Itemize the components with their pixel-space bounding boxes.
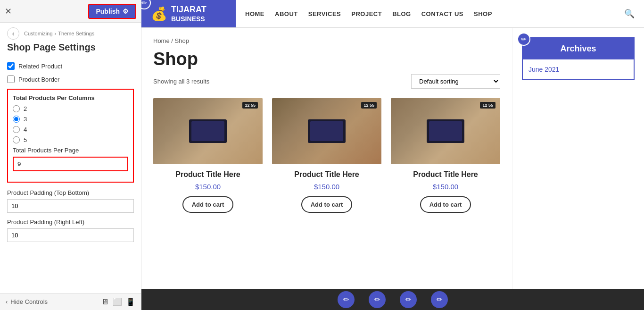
nav-home[interactable]: HOME: [245, 10, 264, 17]
archives-june-2021[interactable]: June 2021: [528, 66, 559, 73]
product-price-2: $150.00: [314, 183, 339, 191]
nav-services[interactable]: SERVICES: [308, 10, 341, 17]
customizer-panel: ✕ Publish ⚙ ‹ Customizing › Theme Settin…: [0, 0, 141, 310]
brand-name: TIJARAT: [171, 5, 206, 15]
desktop-icon[interactable]: 🖥: [101, 297, 109, 306]
logo-area: ✏ 💰 TIJARAT BUSINESS: [141, 0, 236, 27]
radio-2[interactable]: [13, 105, 20, 112]
product-border-label: Product Border: [18, 76, 59, 83]
nav-area: HOME ABOUT SERVICES PROJECT BLOG CONTACT…: [236, 0, 644, 27]
footer-pencil-2: ✏: [374, 295, 380, 304]
device-icons: 🖥 ⬜ 📱: [101, 297, 135, 306]
footer-dot-2[interactable]: ✏: [369, 291, 386, 308]
radio-5-row: 5: [13, 136, 128, 143]
mobile-icon[interactable]: 📱: [126, 297, 135, 306]
nav-shop[interactable]: SHOP: [474, 10, 492, 17]
site-content: Home / Shop Shop Showing all 3 results D…: [141, 28, 644, 289]
back-button[interactable]: ‹: [7, 27, 19, 40]
gear-icon: ⚙: [123, 8, 129, 15]
archives-widget: ✏ Archives June 2021: [522, 37, 635, 80]
clock-display-3: 12 55: [480, 102, 495, 109]
publish-button[interactable]: Publish ⚙: [88, 4, 136, 19]
panel-content: Related Product Product Border Total Pro…: [0, 58, 141, 293]
add-to-cart-button-3[interactable]: Add to cart: [420, 196, 471, 213]
clock-display-2: 12 55: [361, 102, 377, 109]
brand-sub: BUSINESS: [171, 15, 206, 23]
hide-controls-bar: ‹ Hide Controls 🖥 ⬜ 📱: [0, 293, 141, 310]
radio-3-row: 3: [13, 116, 128, 123]
product-price-3: $150.00: [433, 183, 458, 191]
product-card-2: 12 55 Product Title Here $150.00 Add to …: [272, 98, 381, 213]
product-price-1: $150.00: [195, 183, 221, 191]
product-img-inner-1: 12 55: [153, 98, 263, 164]
product-border-checkbox[interactable]: [7, 75, 15, 83]
add-to-cart-button-2[interactable]: Add to cart: [301, 196, 353, 213]
footer-pencil-3: ✏: [405, 295, 412, 304]
products-per-page-input[interactable]: 9: [13, 157, 128, 171]
radio-2-label: 2: [24, 105, 27, 112]
radio-3[interactable]: [13, 116, 20, 123]
add-to-cart-button-1[interactable]: Add to cart: [182, 196, 234, 213]
laptop-2: [308, 119, 346, 143]
related-product-checkbox[interactable]: [7, 62, 15, 70]
hide-controls-button[interactable]: ‹ Hide Controls: [6, 298, 48, 305]
logo-icon: 💰: [151, 6, 167, 22]
site-sidebar: ✏ Archives June 2021: [512, 28, 644, 289]
padding-section: Product Padding (Top Bottom) 10 Product …: [7, 189, 134, 248]
product-title-2: Product Title Here: [294, 170, 359, 180]
padding-right-left-input[interactable]: 10: [7, 228, 134, 242]
padding-top-bottom-input[interactable]: 10: [7, 199, 134, 213]
widget-pencil-icon: ✏: [521, 35, 527, 43]
footer-dot-1[interactable]: ✏: [338, 291, 355, 308]
laptop-screen-1: [191, 121, 224, 141]
product-card-3: 12 55 Product Title Here $150.00 Add to …: [391, 98, 500, 213]
product-image-1: 12 55: [153, 98, 263, 164]
product-img-inner-3: 12 55: [391, 98, 500, 164]
site-footer-bar: ✏ ✏ ✏ ✏: [141, 289, 644, 310]
product-img-inner-2: 12 55: [272, 98, 381, 164]
nav-contact[interactable]: CONTACT US: [421, 10, 463, 17]
logo-edit-dot[interactable]: ✏: [141, 0, 151, 9]
radio-2-row: 2: [13, 105, 128, 112]
breadcrumb-sep: /: [171, 37, 174, 44]
columns-section: Total Products Per Columns 2 3 4 5 Total…: [7, 89, 134, 183]
search-icon[interactable]: 🔍: [624, 8, 635, 19]
nav-about[interactable]: ABOUT: [275, 10, 298, 17]
breadcrumb-shop: Home / Shop: [153, 37, 500, 44]
radio-4-row: 4: [13, 126, 128, 133]
left-arrow-icon: ‹: [6, 298, 8, 305]
footer-dot-4[interactable]: ✏: [431, 291, 448, 308]
pencil-icon: ✏: [141, 0, 147, 7]
nav-blog[interactable]: BLOG: [392, 10, 411, 17]
publish-label: Publish: [96, 8, 120, 15]
shop-toolbar: Showing all 3 results Default sorting So…: [153, 74, 500, 89]
padding-top-bottom-label: Product Padding (Top Bottom): [7, 189, 134, 196]
clock-display-1: 12 55: [242, 102, 258, 109]
site-header: ✏ 💰 TIJARAT BUSINESS HOME ABOUT SERVICES…: [141, 0, 644, 28]
footer-dot-3[interactable]: ✏: [400, 291, 417, 308]
product-title-1: Product Title Here: [175, 170, 240, 180]
breadcrumb-home-link[interactable]: Home: [153, 37, 170, 44]
related-product-row: Related Product: [7, 62, 134, 70]
laptop-screen-2: [310, 121, 343, 141]
archives-header: Archives: [523, 38, 634, 59]
radio-4[interactable]: [13, 126, 20, 133]
laptop-1: [189, 119, 227, 143]
archives-body: June 2021: [523, 59, 634, 79]
breadcrumb-shop-current: Shop: [175, 37, 189, 44]
breadcrumb-customizing: Customizing: [24, 31, 53, 36]
shop-main: Home / Shop Shop Showing all 3 results D…: [141, 28, 512, 289]
radio-5[interactable]: [13, 136, 20, 143]
tablet-icon[interactable]: ⬜: [113, 297, 122, 306]
columns-section-label: Total Products Per Columns: [13, 94, 128, 101]
nav-project[interactable]: PROJECT: [351, 10, 382, 17]
radio-5-label: 5: [24, 136, 27, 143]
results-count: Showing all 3 results: [153, 78, 209, 85]
close-button[interactable]: ✕: [5, 6, 12, 17]
sort-select[interactable]: Default sorting Sort by popularity Sort …: [411, 74, 500, 89]
product-title-3: Product Title Here: [413, 170, 478, 180]
shop-page-title: Shop: [153, 49, 500, 69]
top-bar: ✕ Publish ⚙: [0, 0, 141, 23]
products-per-page-label: Total Products Per Page: [13, 147, 128, 154]
product-card-1: 12 55 Product Title Here $150.00 Add to …: [153, 98, 263, 213]
